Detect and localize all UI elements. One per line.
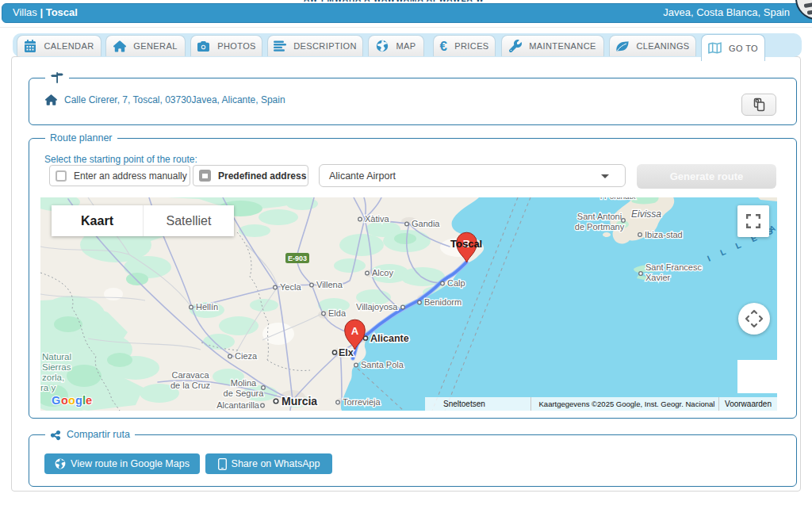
svg-text:G: G xyxy=(52,394,60,407)
svg-text:de la Cruz: de la Cruz xyxy=(170,381,210,390)
svg-text:Caravaca: Caravaca xyxy=(171,370,209,380)
svg-text:ra y: ra y xyxy=(40,383,56,392)
svg-text:Xavier: Xavier xyxy=(645,273,671,282)
svg-text:Hellín: Hellín xyxy=(196,302,218,312)
svg-text:Toscal: Toscal xyxy=(450,238,482,250)
svg-text:Sant Antoni: Sant Antoni xyxy=(577,212,622,221)
svg-text:Xàtiva: Xàtiva xyxy=(365,214,389,224)
svg-text:E-903: E-903 xyxy=(288,254,307,262)
svg-text:Alcantarilla: Alcantarilla xyxy=(216,400,260,410)
svg-text:Villajoyosa: Villajoyosa xyxy=(356,302,398,312)
svg-text:i Portinatx: i Portinatx xyxy=(600,197,635,201)
svg-text:Molina: Molina xyxy=(231,378,257,388)
svg-text:o: o xyxy=(61,394,68,407)
svg-text:Eivissa: Eivissa xyxy=(631,209,661,220)
svg-text:Murcia: Murcia xyxy=(282,395,317,407)
svg-text:zorla,: zorla, xyxy=(42,373,64,382)
svg-text:Elx: Elx xyxy=(339,347,354,358)
svg-text:Gandia: Gandia xyxy=(412,219,440,228)
svg-text:de Portmany: de Portmany xyxy=(575,222,625,231)
svg-text:Ibiza-stad: Ibiza-stad xyxy=(645,230,683,239)
svg-text:A: A xyxy=(351,325,359,337)
svg-text:Alicante: Alicante xyxy=(370,333,409,344)
svg-text:Cieza: Cieza xyxy=(235,351,258,361)
svg-text:Elda: Elda xyxy=(328,308,347,318)
svg-text:Calp: Calp xyxy=(447,278,465,288)
svg-text:Villena: Villena xyxy=(316,280,343,289)
svg-text:o: o xyxy=(68,394,75,407)
svg-text:de Segura: de Segura xyxy=(224,388,265,398)
svg-text:g: g xyxy=(75,394,82,407)
svg-text:Benidorm: Benidorm xyxy=(424,297,462,307)
svg-text:Santa Pola: Santa Pola xyxy=(361,360,404,369)
svg-text:Natural: Natural xyxy=(42,352,71,362)
svg-text:Torrevieja: Torrevieja xyxy=(343,397,381,407)
svg-text:Alcoy: Alcoy xyxy=(372,268,393,277)
svg-text:Sant Francesc: Sant Francesc xyxy=(645,262,702,272)
svg-text:Sierras: Sierras xyxy=(42,362,71,372)
svg-text:Yecla: Yecla xyxy=(280,282,301,292)
svg-text:e: e xyxy=(86,394,92,407)
